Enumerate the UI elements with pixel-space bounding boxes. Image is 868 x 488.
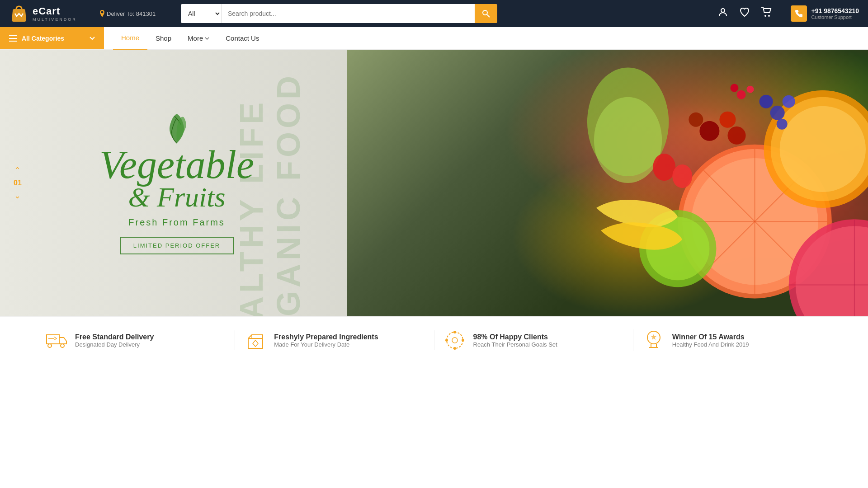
nav-links: Home Shop More Contact Us <box>104 27 267 50</box>
svg-point-35 <box>736 90 745 99</box>
svg-marker-43 <box>253 340 258 347</box>
svg-point-30 <box>689 113 703 127</box>
hero-title-line2: & Fruits <box>128 183 225 211</box>
stat-delivery-text: Free Standard Delivery Designated Day De… <box>75 333 154 348</box>
hero-tagline: Fresh From Farms <box>128 217 225 228</box>
chevron-down-icon <box>90 37 95 40</box>
stat-award-text: Winner Of 15 Awards Healthy Food And Dri… <box>672 333 749 348</box>
stat-award: Winner Of 15 Awards Healthy Food And Dri… <box>633 329 832 351</box>
svg-point-45 <box>452 338 458 343</box>
svg-point-39 <box>672 164 692 188</box>
delivery-truck-icon <box>46 331 67 349</box>
svg-point-44 <box>447 332 463 348</box>
cart-icon-btn[interactable] <box>761 7 773 20</box>
location-icon <box>99 10 105 17</box>
hero-cta-button[interactable]: LIMITED PERIOD OFFER <box>120 237 234 254</box>
svg-point-40 <box>48 344 52 347</box>
stat-delivery-sub: Designated Day Delivery <box>75 341 154 348</box>
site-header: eCart MULTIVENDOR Deliver To: 841301 All <box>0 0 868 27</box>
delivery-icon <box>45 331 68 349</box>
svg-point-38 <box>653 154 675 181</box>
svg-rect-6 <box>9 35 17 36</box>
svg-point-41 <box>61 344 64 347</box>
stat-delivery-title: Free Standard Delivery <box>75 333 154 341</box>
award-trophy-icon <box>644 329 664 351</box>
logo-icon <box>9 4 29 23</box>
svg-point-47 <box>453 347 456 350</box>
svg-point-49 <box>462 339 464 342</box>
stat-award-sub: Healthy Food And Drink 2019 <box>672 341 749 348</box>
user-icon-btn[interactable] <box>717 7 728 20</box>
stat-delivery: Free Standard Delivery Designated Day De… <box>36 331 235 349</box>
heart-icon <box>739 7 750 18</box>
stat-clients-sub: Reach Their Personal Goals Set <box>473 341 557 348</box>
svg-point-28 <box>719 112 736 128</box>
nav-more-label: More <box>188 34 203 42</box>
stat-award-title: Winner Of 15 Awards <box>672 333 749 341</box>
nav-more[interactable]: More <box>179 27 217 50</box>
svg-line-2 <box>487 14 490 17</box>
delivery-location[interactable]: Deliver To: 841301 <box>99 10 172 17</box>
slide-nav: ⌃ 01 ⌄ <box>14 165 22 201</box>
hero-leaf <box>159 112 195 148</box>
logo[interactable]: eCart MULTIVENDOR <box>9 4 90 23</box>
categories-label: All Categories <box>22 35 64 42</box>
svg-point-5 <box>768 15 770 17</box>
hero-title-line1: Vegetable <box>99 143 254 187</box>
svg-point-27 <box>699 121 719 141</box>
svg-point-1 <box>483 10 487 15</box>
svg-marker-52 <box>651 334 656 340</box>
svg-point-33 <box>760 95 773 108</box>
svg-point-31 <box>770 106 785 120</box>
header-icons <box>717 7 773 20</box>
ingredients-box-icon <box>245 330 265 350</box>
svg-point-3 <box>721 9 725 12</box>
wishlist-icon-btn[interactable] <box>739 7 750 20</box>
svg-point-4 <box>764 15 766 17</box>
cart-icon <box>761 7 773 18</box>
search-input[interactable] <box>222 4 475 23</box>
slide-next[interactable]: ⌄ <box>14 191 21 201</box>
logo-name: eCart <box>33 5 77 17</box>
hero-banner: HEALTHY LIFE ORGANIC FOOD ⌃ 01 ⌄ Vegetab… <box>0 50 868 316</box>
stat-ingredients: Freshyly Prepared Ingredients Made For Y… <box>235 330 434 350</box>
svg-point-24 <box>594 97 662 183</box>
svg-point-18 <box>780 106 866 192</box>
stat-ingredients-title: Freshyly Prepared Ingredients <box>274 333 378 341</box>
svg-rect-8 <box>9 41 17 42</box>
nav-shop[interactable]: Shop <box>147 27 179 50</box>
search-icon <box>482 9 490 18</box>
leaf-icon <box>159 112 195 148</box>
svg-point-29 <box>727 127 745 145</box>
search-button[interactable] <box>475 4 497 23</box>
deliver-label: Deliver To: 841301 <box>107 10 156 17</box>
hero-fruit-bg <box>347 50 868 316</box>
nav-contact[interactable]: Contact Us <box>217 27 267 50</box>
fruit-illustration <box>347 50 868 316</box>
stat-clients: 98% Of Happy Clients Reach Their Persona… <box>434 330 633 350</box>
all-categories-btn[interactable]: All Categories <box>0 27 104 49</box>
award-icon <box>642 329 665 351</box>
slide-prev[interactable]: ⌃ <box>14 165 21 175</box>
stat-clients-text: 98% Of Happy Clients Reach Their Persona… <box>473 333 557 348</box>
logo-sub: MULTIVENDOR <box>33 17 77 22</box>
clients-circle-icon <box>445 330 465 350</box>
customer-support: +91 9876543210 Customer Support <box>791 5 859 22</box>
stat-ingredients-text: Freshyly Prepared Ingredients Made For Y… <box>274 333 378 348</box>
nav-home[interactable]: Home <box>113 27 147 50</box>
support-text: +91 9876543210 Customer Support <box>811 7 859 20</box>
slide-number: 01 <box>14 179 22 187</box>
logo-text: eCart MULTIVENDOR <box>33 5 77 22</box>
svg-point-37 <box>730 84 738 92</box>
ingredients-icon <box>244 330 267 350</box>
user-icon <box>717 7 728 18</box>
support-phone: +91 9876543210 <box>811 7 859 14</box>
svg-point-34 <box>777 119 788 130</box>
svg-point-48 <box>445 339 448 342</box>
support-label: Customer Support <box>811 14 859 20</box>
stat-ingredients-sub: Made For Your Delivery Date <box>274 341 378 348</box>
search-category-select[interactable]: All <box>181 4 222 23</box>
phone-icon <box>791 5 807 22</box>
svg-rect-7 <box>9 38 17 39</box>
phone-icon-svg <box>795 9 803 18</box>
